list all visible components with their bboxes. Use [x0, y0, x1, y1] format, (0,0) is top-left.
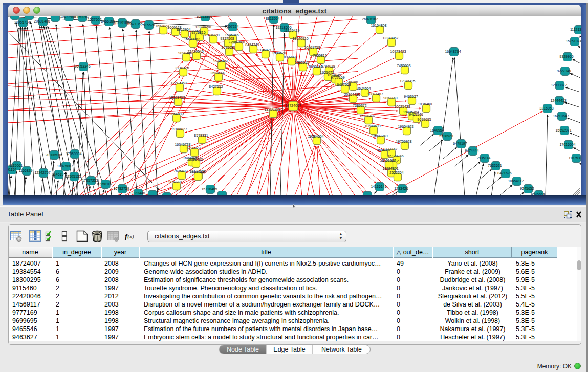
svg-text:2935114: 2935114 — [477, 156, 491, 160]
svg-text:16053809: 16053809 — [196, 16, 212, 18]
svg-text:9242848: 9242848 — [213, 59, 227, 63]
svg-text:9890448: 9890448 — [178, 51, 192, 55]
svg-text:1167533: 1167533 — [569, 156, 581, 160]
svg-text:10853267: 10853267 — [73, 16, 89, 19]
svg-text:19166827: 19166827 — [171, 127, 187, 131]
svg-text:2718126: 2718126 — [175, 66, 189, 70]
svg-text:16671355: 16671355 — [126, 22, 142, 26]
svg-text:10961758: 10961758 — [304, 46, 320, 49]
svg-text:19654923: 19654923 — [398, 125, 413, 128]
svg-text:15692971: 15692971 — [555, 128, 571, 132]
svg-text:10025438: 10025438 — [394, 105, 410, 108]
svg-text:2867608: 2867608 — [231, 40, 245, 44]
svg-text:10975887: 10975887 — [57, 164, 73, 168]
svg-text:1362615: 1362615 — [295, 61, 309, 64]
svg-text:1588520: 1588520 — [272, 51, 286, 55]
svg-text:9245652: 9245652 — [520, 187, 534, 190]
svg-text:20206536: 20206536 — [45, 153, 61, 157]
svg-text:9329966: 9329966 — [559, 55, 573, 58]
svg-text:9275815: 9275815 — [191, 31, 205, 34]
svg-text:18807249: 18807249 — [372, 134, 387, 138]
svg-text:2603144: 2603144 — [210, 71, 224, 75]
svg-text:19654983: 19654983 — [167, 112, 183, 116]
svg-text:12342757: 12342757 — [34, 171, 50, 174]
svg-text:20691406: 20691406 — [34, 19, 50, 23]
svg-text:746266: 746266 — [346, 80, 358, 84]
svg-text:18103758: 18103758 — [169, 96, 185, 99]
svg-text:9146821: 9146821 — [257, 48, 271, 52]
svg-text:8578331: 8578331 — [194, 134, 208, 137]
svg-text:9474444: 9474444 — [465, 149, 478, 152]
svg-text:8813054: 8813054 — [266, 17, 279, 20]
svg-text:8186328: 8186328 — [205, 33, 219, 37]
svg-text:17359934: 17359934 — [66, 152, 81, 156]
svg-text:18724007: 18724007 — [285, 104, 301, 107]
svg-text:9115460: 9115460 — [419, 102, 432, 106]
svg-text:9862160: 9862160 — [383, 96, 397, 100]
svg-text:16210647: 16210647 — [553, 114, 569, 118]
svg-text:6794028: 6794028 — [321, 64, 335, 68]
svg-text:9465546: 9465546 — [409, 113, 423, 116]
svg-text:6479197: 6479197 — [453, 142, 467, 145]
svg-text:16046738: 16046738 — [175, 143, 190, 146]
svg-text:18640910: 18640910 — [292, 37, 308, 40]
svg-text:20364436: 20364436 — [344, 93, 360, 96]
svg-text:12323446: 12323446 — [129, 191, 145, 195]
svg-text:10958107: 10958107 — [96, 182, 112, 186]
svg-text:12505135: 12505135 — [65, 174, 81, 178]
svg-text:15720407: 15720407 — [359, 114, 375, 118]
svg-text:7485063: 7485063 — [397, 64, 410, 68]
svg-text:8322037: 8322037 — [284, 55, 297, 59]
svg-text:12975115: 12975115 — [400, 79, 416, 83]
svg-text:7632621: 7632621 — [488, 164, 502, 167]
svg-text:10973493: 10973493 — [390, 50, 406, 53]
svg-text:1733426: 1733426 — [394, 187, 408, 190]
svg-text:(x): (x) — [127, 233, 134, 240]
svg-text:17016504: 17016504 — [559, 143, 575, 146]
svg-text:7386372: 7386372 — [353, 104, 366, 107]
svg-text:3498222: 3498222 — [186, 146, 200, 150]
svg-text:9463627: 9463627 — [404, 95, 418, 98]
svg-text:7955812: 7955812 — [313, 54, 326, 57]
svg-text:3675685: 3675685 — [221, 46, 235, 49]
svg-text:7357224: 7357224 — [225, 25, 238, 28]
svg-text:1640954: 1640954 — [430, 128, 444, 132]
svg-text:9327508: 9327508 — [220, 37, 234, 40]
svg-text:7625402: 7625402 — [173, 169, 187, 173]
svg-text:18300295: 18300295 — [264, 107, 280, 111]
svg-text:14136141: 14136141 — [371, 185, 386, 188]
svg-text:8471626: 8471626 — [497, 171, 511, 175]
svg-text:114519: 114519 — [52, 172, 64, 176]
svg-text:12093872: 12093872 — [551, 83, 567, 87]
svg-text:9699695: 9699695 — [417, 118, 431, 121]
svg-text:16782759: 16782759 — [113, 187, 129, 190]
svg-text:15751074: 15751074 — [565, 39, 581, 43]
svg-text:1545046: 1545046 — [225, 33, 238, 37]
svg-text:16099465: 16099465 — [187, 158, 203, 161]
svg-text:11121347: 11121347 — [570, 28, 581, 31]
svg-text:9777167: 9777167 — [383, 147, 397, 151]
svg-text:16543362: 16543362 — [184, 37, 200, 41]
svg-text:12213967: 12213967 — [382, 36, 398, 40]
svg-text:16151327: 16151327 — [380, 159, 396, 162]
svg-text:14055714: 14055714 — [14, 20, 30, 24]
svg-text:3624554: 3624554 — [357, 86, 371, 90]
svg-text:12444413: 12444413 — [550, 99, 566, 102]
svg-text:5938923: 5938923 — [439, 134, 453, 138]
svg-text:2522254: 2522254 — [389, 171, 403, 174]
svg-text:3215958: 3215958 — [539, 106, 553, 110]
svg-text:8427552: 8427552 — [209, 85, 223, 89]
svg-text:9857791: 9857791 — [168, 180, 182, 184]
svg-text:17957253: 17957253 — [82, 179, 98, 182]
svg-text:7515526: 7515526 — [141, 23, 155, 27]
svg-text:18524851: 18524851 — [382, 167, 398, 170]
svg-text:1527602: 1527602 — [88, 18, 101, 21]
svg-text:1115061: 1115061 — [9, 164, 23, 167]
svg-text:13226058: 13226058 — [195, 25, 211, 29]
svg-text:1156829: 1156829 — [19, 169, 33, 172]
svg-text:9777169: 9777169 — [331, 76, 344, 79]
svg-text:1691144: 1691144 — [190, 170, 204, 174]
svg-text:19756928: 19756928 — [396, 140, 411, 143]
svg-text:26053346: 26053346 — [74, 64, 90, 68]
svg-text:12213369: 12213369 — [170, 81, 186, 85]
